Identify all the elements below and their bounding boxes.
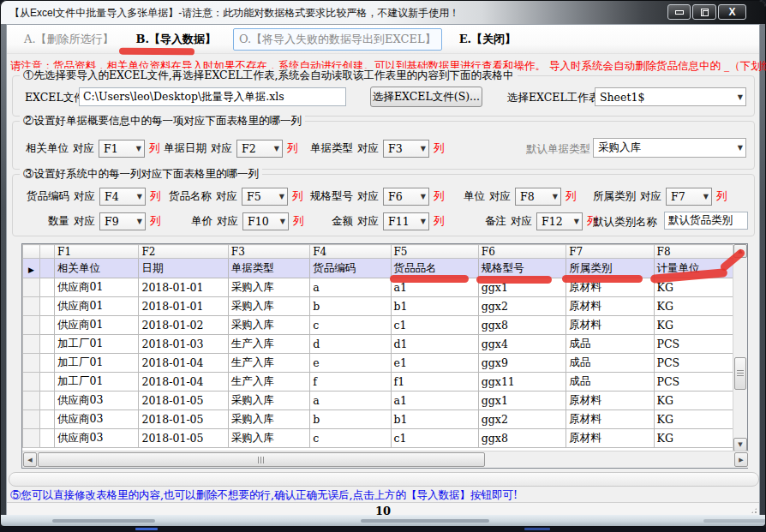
grid-row-header[interactable] — [23, 335, 40, 354]
grid-cell[interactable]: d — [310, 335, 391, 354]
grid-cell[interactable] — [40, 278, 55, 297]
grid-cell[interactable]: a1 — [391, 392, 478, 410]
grid-cell[interactable]: ggx1 — [478, 392, 566, 410]
grid-cell[interactable]: 2018-01-05 — [139, 429, 228, 448]
choose-excel-file-button[interactable]: 选择EXCEL文件(S)... — [370, 87, 482, 107]
grid-row-header[interactable] — [23, 410, 40, 429]
grid-column-header-F6[interactable]: F6 — [478, 245, 566, 259]
column-combo-doc-type[interactable]: F3▼ — [383, 140, 429, 158]
grid-cell[interactable]: b1 — [391, 297, 478, 316]
excel-file-path-input[interactable]: C:\Users\leo\Desktop\批量导入单据.xls — [79, 87, 346, 106]
grid-cell[interactable]: 2018-01-04 — [139, 354, 228, 373]
grid-cell[interactable]: 供应商03 — [55, 410, 139, 429]
grid-cell[interactable]: 2018-01-01 — [139, 278, 228, 297]
grid-cell[interactable]: 原材料 — [566, 297, 654, 316]
scroll-left-button[interactable]: ◀ — [23, 452, 37, 467]
grid-column-header-F8[interactable]: F8 — [654, 245, 733, 259]
column-combo-quantity[interactable]: F9▼ — [99, 212, 146, 230]
column-combo-price[interactable]: F10▼ — [242, 212, 289, 230]
grid-cell[interactable]: KG — [654, 297, 733, 316]
grid-cell[interactable]: b — [310, 297, 391, 316]
grid-cell[interactable]: PCS — [654, 335, 733, 354]
default-doc-type-combo[interactable]: 采购入库▼ — [593, 138, 746, 158]
grid-corner-header[interactable] — [23, 245, 40, 259]
grid-cell[interactable]: 2018-01-05 — [139, 410, 228, 429]
grid-column-header-F3[interactable]: F3 — [228, 245, 309, 259]
grid-cell[interactable]: 2018-01-03 — [139, 335, 228, 354]
column-combo-related-unit[interactable]: F1▼ — [99, 140, 145, 158]
grid-cell[interactable]: 原材料 — [566, 392, 654, 410]
grid-cell[interactable]: PCS — [654, 354, 733, 373]
column-combo-spec-model[interactable]: F6▼ — [383, 188, 429, 206]
grid-cell[interactable]: f — [310, 373, 391, 392]
grid-cell[interactable]: 供应商01 — [55, 297, 139, 316]
grid-row-header[interactable] — [23, 429, 40, 448]
grid-cell[interactable]: ggx9 — [478, 354, 566, 373]
grid-cell[interactable]: 供应商01 — [55, 278, 139, 297]
grid-row-header[interactable] — [23, 392, 40, 410]
title-bar[interactable]: 【从Excel文件中批量导入多张单据】-请注意：此功能对数据格式要求比较严格，不… — [1, 1, 765, 24]
grid-cell[interactable]: 成品 — [566, 373, 654, 392]
grid-cell[interactable] — [40, 297, 55, 316]
close-dialog-button[interactable]: E.【关闭】 — [454, 29, 521, 50]
column-combo-category[interactable]: F7▼ — [666, 188, 712, 206]
grid-column-header-F4[interactable]: F4 — [310, 245, 391, 259]
grid-cell[interactable] — [40, 354, 55, 373]
scroll-down-button[interactable]: ▼ — [733, 438, 747, 451]
grid-cell[interactable]: 供应商03 — [55, 392, 139, 410]
grid-cell[interactable]: 供应商01 — [55, 316, 139, 335]
grid-cell[interactable] — [40, 373, 55, 392]
grid-cell[interactable]: 单据类型 — [228, 259, 309, 278]
grid-selected-cell[interactable] — [40, 259, 55, 278]
grid-row-header[interactable] — [23, 354, 40, 373]
import-data-button[interactable]: B.【导入数据】 — [131, 29, 222, 50]
grid-cell[interactable]: 原材料 — [566, 316, 654, 335]
column-combo-item-code[interactable]: F4▼ — [99, 188, 146, 206]
grid-cell[interactable]: ggx11 — [478, 373, 566, 392]
grid-cell[interactable]: 生产入库 — [228, 373, 309, 392]
scroll-right-button[interactable]: ▶ — [734, 452, 748, 467]
grid-cell[interactable]: ggx2 — [478, 297, 566, 316]
grid-row-header[interactable] — [23, 278, 40, 297]
vertical-scroll-thumb[interactable] — [734, 357, 746, 390]
default-category-input[interactable]: 默认货品类别 — [664, 212, 748, 230]
grid-row-header[interactable] — [23, 297, 40, 316]
grid-cell[interactable]: b — [310, 410, 391, 429]
grid-cell[interactable]: 2018-01-01 — [139, 297, 228, 316]
grid-cell[interactable]: 2018-01-05 — [139, 392, 228, 410]
grid-cell[interactable]: 原材料 — [566, 429, 654, 448]
grid-cell[interactable]: 加工厂01 — [55, 354, 139, 373]
column-combo-amount[interactable]: F11▼ — [383, 212, 429, 230]
grid-cell[interactable]: 生产入库 — [228, 354, 309, 373]
grid-cell[interactable]: e1 — [391, 354, 478, 373]
grid-cell[interactable]: PCS — [654, 373, 733, 392]
sheet-select-combo[interactable]: Sheet1$▼ — [595, 87, 746, 106]
grid-cell[interactable]: KG — [654, 410, 733, 429]
minimize-button[interactable] — [667, 4, 691, 20]
grid-cell[interactable]: 加工厂01 — [55, 335, 139, 354]
grid-cell[interactable]: ggx2 — [478, 410, 566, 429]
grid-cell[interactable]: 2018-01-04 — [139, 373, 228, 392]
column-combo-remark[interactable]: F12▼ — [536, 212, 583, 230]
grid-cell[interactable]: 采购入库 — [228, 410, 309, 429]
grid-cell[interactable]: KG — [654, 429, 733, 448]
grid-cell[interactable]: d1 — [391, 335, 478, 354]
grid-cell[interactable]: e — [310, 354, 391, 373]
grid-cell[interactable]: 采购入库 — [228, 392, 309, 410]
grid-cell[interactable]: c — [310, 429, 391, 448]
grid-cell[interactable]: ggx8 — [478, 316, 566, 335]
grid-cell[interactable] — [40, 392, 55, 410]
grid-cell[interactable]: f1 — [391, 373, 478, 392]
grid-cell[interactable]: 成品 — [566, 354, 654, 373]
grid-cell[interactable]: 采购入库 — [228, 297, 309, 316]
grid-cell[interactable]: 货品编码 — [310, 259, 391, 278]
grid-corner-header[interactable] — [40, 245, 55, 259]
grid-cell[interactable] — [40, 429, 55, 448]
grid-cell[interactable]: ggx4 — [478, 335, 566, 354]
grid-cell[interactable]: 采购入库 — [228, 316, 309, 335]
grid-cell[interactable]: c — [310, 316, 391, 335]
grid-cell[interactable] — [40, 316, 55, 335]
vertical-scrollbar[interactable]: ▲ ▼ — [733, 244, 747, 451]
grid-cell[interactable]: ggx8 — [478, 429, 566, 448]
column-combo-doc-date[interactable]: F2▼ — [236, 140, 283, 158]
